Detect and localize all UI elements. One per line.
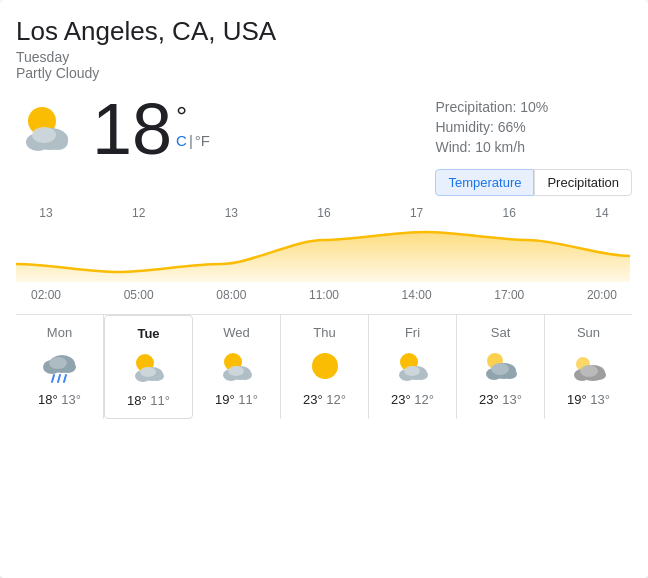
forecast-high: 23° xyxy=(303,392,323,407)
chart-top-labels: 13121316171614 xyxy=(16,206,632,220)
svg-point-37 xyxy=(580,365,598,377)
precipitation-chart-button[interactable]: Precipitation xyxy=(534,169,632,196)
chart-top-label: 16 xyxy=(489,206,529,220)
hourly-chart: 13121316171614 02:0005:0008:0011:0014:00… xyxy=(16,206,632,306)
svg-point-4 xyxy=(32,127,56,143)
forecast-low: 13° xyxy=(502,392,522,407)
svg-line-9 xyxy=(52,375,54,382)
forecast-day-icon xyxy=(481,346,521,386)
forecast-day-temps: 23° 12° xyxy=(391,392,434,407)
temperature-display: 18 ° C | °F xyxy=(92,93,210,165)
chart-bottom-label: 20:00 xyxy=(582,288,622,302)
weather-card: Los Angeles, CA, USA Tuesday Partly Clou… xyxy=(0,0,648,578)
forecast-high: 19° xyxy=(567,392,587,407)
forecast-day-tue[interactable]: Tue 18° 11° xyxy=(104,315,193,419)
temperature-chart-button[interactable]: Temperature xyxy=(435,169,534,196)
weekly-forecast: Mon 18° 13°Tue 18° 11°Wed 19° 11°Thu 23°… xyxy=(16,314,632,419)
current-section: 18 ° C | °F Precipitation: 10% Humidity:… xyxy=(16,93,632,196)
svg-point-27 xyxy=(404,366,420,376)
chart-bottom-label: 14:00 xyxy=(397,288,437,302)
svg-point-22 xyxy=(312,353,338,379)
forecast-low: 13° xyxy=(590,392,610,407)
chart-top-label: 13 xyxy=(26,206,66,220)
forecast-high: 23° xyxy=(479,392,499,407)
forecast-day-wed[interactable]: Wed 19° 11° xyxy=(193,315,281,419)
unit-celsius[interactable]: C xyxy=(176,133,187,148)
svg-line-11 xyxy=(64,375,66,382)
chart-top-label: 13 xyxy=(211,206,251,220)
chart-bottom-label: 02:00 xyxy=(26,288,66,302)
forecast-day-name: Mon xyxy=(47,325,72,340)
unit-separator: | xyxy=(189,133,193,148)
forecast-day-name: Sun xyxy=(577,325,600,340)
chart-svg xyxy=(16,222,632,282)
svg-point-32 xyxy=(491,363,509,375)
condition-label: Partly Cloudy xyxy=(16,65,632,81)
forecast-day-mon[interactable]: Mon 18° 13° xyxy=(16,315,104,419)
forecast-day-icon xyxy=(569,346,609,386)
chart-top-label: 14 xyxy=(582,206,622,220)
temp-value: 18 xyxy=(92,93,172,165)
forecast-day-name: Wed xyxy=(223,325,250,340)
forecast-day-icon xyxy=(393,346,433,386)
forecast-day-fri[interactable]: Fri 23° 12° xyxy=(369,315,457,419)
forecast-day-temps: 19° 11° xyxy=(215,392,258,407)
svg-line-10 xyxy=(58,375,60,382)
forecast-day-name: Tue xyxy=(137,326,159,341)
day-label: Tuesday xyxy=(16,49,632,65)
location-name: Los Angeles, CA, USA xyxy=(16,16,632,47)
forecast-day-name: Thu xyxy=(313,325,335,340)
chart-bottom-label: 08:00 xyxy=(211,288,251,302)
forecast-day-sun[interactable]: Sun 19° 13° xyxy=(545,315,632,419)
wind-detail: Wind: 10 km/h xyxy=(435,139,632,155)
svg-point-16 xyxy=(140,367,156,377)
forecast-low: 12° xyxy=(326,392,346,407)
forecast-day-icon xyxy=(129,347,169,387)
forecast-high: 18° xyxy=(127,393,147,408)
chart-top-label: 17 xyxy=(397,206,437,220)
forecast-day-name: Sat xyxy=(491,325,511,340)
forecast-day-name: Fri xyxy=(405,325,420,340)
chart-bottom-labels: 02:0005:0008:0011:0014:0017:0020:00 xyxy=(16,288,632,302)
forecast-day-icon xyxy=(40,346,80,386)
forecast-day-temps: 18° 13° xyxy=(38,392,81,407)
current-details: Precipitation: 10% Humidity: 66% Wind: 1… xyxy=(435,93,632,196)
current-weather-icon xyxy=(16,97,80,161)
forecast-high: 23° xyxy=(391,392,411,407)
humidity-detail: Humidity: 66% xyxy=(435,119,632,135)
forecast-day-sat[interactable]: Sat 23° 13° xyxy=(457,315,545,419)
forecast-day-icon xyxy=(305,346,345,386)
chart-type-buttons: Temperature Precipitation xyxy=(435,169,632,196)
forecast-low: 11° xyxy=(238,392,258,407)
forecast-low: 13° xyxy=(61,392,81,407)
forecast-high: 19° xyxy=(215,392,235,407)
svg-point-21 xyxy=(228,366,244,376)
chart-top-label: 16 xyxy=(304,206,344,220)
forecast-day-thu[interactable]: Thu 23° 12° xyxy=(281,315,369,419)
chart-top-label: 12 xyxy=(119,206,159,220)
forecast-day-temps: 23° 12° xyxy=(303,392,346,407)
current-left: 18 ° C | °F xyxy=(16,93,210,165)
forecast-low: 12° xyxy=(414,392,434,407)
svg-point-8 xyxy=(49,357,67,369)
forecast-day-temps: 18° 11° xyxy=(127,393,170,408)
unit-fahrenheit[interactable]: °F xyxy=(195,133,210,148)
precipitation-detail: Precipitation: 10% xyxy=(435,99,632,115)
forecast-high: 18° xyxy=(38,392,58,407)
chart-bottom-label: 05:00 xyxy=(119,288,159,302)
forecast-day-icon xyxy=(217,346,257,386)
forecast-day-temps: 19° 13° xyxy=(567,392,610,407)
temp-units: ° C | °F xyxy=(176,103,210,148)
forecast-day-temps: 23° 13° xyxy=(479,392,522,407)
chart-bottom-label: 17:00 xyxy=(489,288,529,302)
chart-bottom-label: 11:00 xyxy=(304,288,344,302)
forecast-low: 11° xyxy=(150,393,170,408)
